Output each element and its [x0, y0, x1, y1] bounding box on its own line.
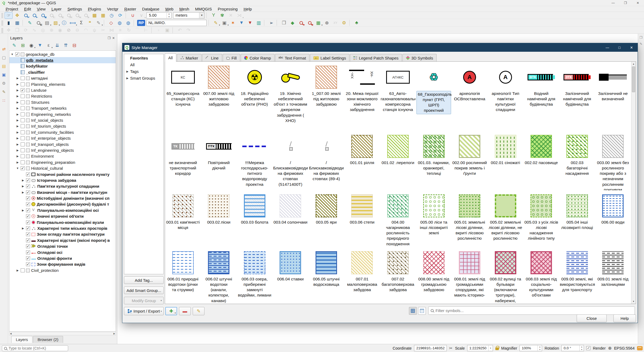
layer-tree-item[interactable]: ▶✓Історична забудова	[9, 177, 116, 183]
menu-project[interactable]: Project	[3, 7, 21, 11]
layer-visibility-checkbox[interactable]: ✓	[26, 220, 30, 224]
symbol-item[interactable]: 001.02 .перелоги	[380, 131, 416, 165]
symbol-item[interactable]: ХН-ХН-20. Межа першої зони можливого хім…	[344, 62, 380, 113]
layer-tree-item[interactable]: ▶Structures	[9, 99, 116, 105]
layer-tree-item[interactable]: ▶Inf_engineering_objects	[9, 147, 116, 153]
layer-visibility-checkbox[interactable]	[21, 118, 25, 122]
symbol-item[interactable]: 003.02.піски	[201, 190, 237, 225]
layers-horizontal-scrollbar[interactable]: ◀ ▶	[9, 332, 116, 335]
layer-visibility-checkbox[interactable]: ✓	[26, 262, 30, 266]
save-edits-icon[interactable]: ▣▾	[220, 20, 228, 26]
attribute-table-icon[interactable]: ▦	[13, 20, 21, 26]
snapping-toggle-icon[interactable]: ∪	[129, 12, 137, 19]
menu-processing[interactable]: Processing	[215, 7, 241, 11]
remove-layer-icon[interactable]: ⊟	[71, 42, 78, 49]
xy-tool-icon[interactable]: XY	[331, 20, 339, 26]
identify-raster-1-icon[interactable]: ◍	[116, 20, 124, 26]
layer-tree-item[interactable]: ✓Містобудівні домінанти (визначні сп	[9, 195, 116, 201]
layer-visibility-checkbox[interactable]	[21, 268, 25, 272]
layer-expander-icon[interactable]: ▶	[16, 89, 19, 92]
dialog-close-icon[interactable]: ✕	[625, 43, 638, 52]
layer-tree-item[interactable]: ✓Дисгармонійні (дисонуючі) будівлі т	[9, 201, 116, 207]
georeferencer-icon[interactable]: ⇄	[1, 46, 7, 52]
undo-icon[interactable]: ↶	[176, 27, 184, 34]
temporal-controller-icon[interactable]: ◷	[108, 12, 116, 19]
scrollbar-thumb[interactable]	[632, 66, 635, 92]
layer-options-icon[interactable]: ✎	[1, 89, 7, 95]
scroll-down-icon[interactable]: ▼	[631, 299, 636, 304]
statistical-summary-icon[interactable]: Σ	[77, 20, 85, 26]
toolbar-grip[interactable]	[1, 13, 3, 18]
style-group-tags[interactable]: ▶Tags	[124, 68, 163, 75]
dialog-minimize-button[interactable]: —	[601, 43, 613, 52]
scroll-left-icon[interactable]: ◀	[10, 332, 12, 335]
layer-tree-item[interactable]: ▶✓Визначні місця - пам'ятки культурн	[9, 189, 116, 195]
layer-visibility-checkbox[interactable]	[21, 76, 25, 80]
pan-to-selection-icon[interactable]: ✥	[13, 12, 21, 19]
layer-visibility-checkbox[interactable]: ✓	[21, 166, 25, 170]
tab-label-settings[interactable]: abcLabel Settings	[310, 54, 349, 62]
symbol-item[interactable]: 008.03 землі під соціально-культурними о…	[523, 247, 559, 298]
layer-tree-item[interactable]: gdb_metadata	[9, 57, 116, 63]
fill-ring-icon[interactable]: ◉	[56, 27, 64, 34]
layer-visibility-checkbox[interactable]	[21, 142, 25, 146]
vertex-tool-icon[interactable]: ▣	[163, 27, 171, 34]
symbol-item[interactable]: 004.00 чагарникова рослинність природног…	[380, 190, 416, 247]
tab-browser-2-[interactable]: Browser (2)	[33, 336, 63, 343]
zoom-to-table-icon[interactable]: ▦	[34, 20, 42, 26]
filter-legend-icon[interactable]: ▼	[36, 42, 44, 49]
topological-editing-icon[interactable]: Y	[210, 12, 218, 19]
layer-tree-item[interactable]: ✓Історичні райони населеного пункту	[9, 171, 116, 177]
snapping-mode-icon[interactable]: ∨▾	[137, 12, 145, 19]
window-close-button[interactable]: ✕	[632, 0, 644, 6]
zoom-point-2-icon[interactable]: ◉	[306, 20, 314, 26]
layer-expander-icon[interactable]: ▶	[21, 209, 25, 212]
add-tag-button[interactable]: Add Tag...	[124, 276, 164, 284]
symbol-item[interactable]: ЗТКЗалізничний намічений для будівництва	[559, 62, 595, 107]
symbol-item[interactable]: 003.06 степи	[344, 190, 380, 225]
symbol-item[interactable]: 005.00 ліси та інші лісовкриті землі	[416, 190, 452, 236]
symbol-item[interactable]: 005.04 інші лісовкриті площі	[559, 190, 595, 230]
layer-visibility-checkbox[interactable]	[21, 136, 25, 140]
layer-expander-icon[interactable]: ▶	[21, 185, 25, 188]
layer-expander-icon[interactable]: ▶	[16, 137, 19, 140]
open-layer-styling-icon[interactable]: ✎	[10, 42, 18, 49]
zoom-last-icon[interactable]: ◀	[73, 12, 81, 19]
zoom-full-icon[interactable]: ▣	[39, 12, 47, 19]
magnifier-spinner[interactable]: 100% ▲▼	[519, 345, 542, 351]
rotate-point-symbols-icon[interactable]: ↻	[125, 27, 133, 34]
menu-web[interactable]: Web	[162, 7, 177, 11]
zoom-in-icon[interactable]: +	[22, 12, 30, 19]
layer-tree-item[interactable]: ▶Inf_transport_objects	[9, 141, 116, 147]
layer-tree-item[interactable]: ▶✓Планувально-композиційні осі	[9, 207, 116, 213]
symbol-item[interactable]: 002.03 багаторічні насадження	[559, 131, 595, 176]
symbol-item[interactable]: Залізничний не визначений	[595, 62, 631, 102]
symbol-item[interactable]: 1_007.00 землі під житловою забудовою	[308, 62, 344, 107]
symbol-item[interactable]: 007.00 землі під житловою забудовою	[201, 62, 237, 107]
style-group-all[interactable]: All	[124, 61, 163, 68]
layer-visibility-checkbox[interactable]: ✓	[26, 238, 30, 242]
identify-features-icon[interactable]: ⓘ	[60, 20, 68, 26]
symbology-dots-icon[interactable]: ∷	[1, 98, 7, 103]
symbol-item[interactable]: АГНКС63_Авто-газонаповлювальна компресор…	[380, 62, 416, 113]
grid-selection-icon[interactable]: ▦▾	[314, 20, 322, 26]
symbol-item[interactable]: ♻68_Газорозподільний пункт (ГРП, ШРП) пр…	[416, 62, 452, 114]
panel-close-icon[interactable]: ✕	[112, 36, 115, 40]
coordinate-capture-icon[interactable]: ✂	[449, 346, 453, 351]
symbol-item[interactable]: 007.01 малоповерхова забудова	[344, 247, 380, 292]
add-ring-icon[interactable]: ◎	[39, 27, 47, 34]
scroll-right-icon[interactable]: ▶	[114, 332, 115, 335]
globe-mesh-icon[interactable]: ⊕	[323, 20, 331, 26]
tab-marker[interactable]: Marker	[177, 54, 202, 62]
collapse-all-icon[interactable]: ⇈	[62, 42, 69, 49]
layer-expander-icon[interactable]: ▶	[16, 149, 19, 152]
save-project-icon[interactable]: ▣	[1, 72, 7, 78]
menu-mmqgis[interactable]: MMQGIS	[192, 7, 215, 11]
layer-tree-item[interactable]: ▼✓Historical_cultural	[9, 165, 116, 171]
layer-tree-item[interactable]: ▶Inf_tourism_objects	[9, 123, 116, 129]
layer-visibility-checkbox[interactable]: ✓	[26, 178, 30, 182]
color-chart-icon[interactable]: ▥	[255, 20, 263, 26]
symbol-item[interactable]: 005.01 земельні лісові ділянки, вкриті л…	[452, 190, 488, 241]
layer-tree-item[interactable]: ✓Зони формування видів	[9, 261, 116, 267]
layer-expander-icon[interactable]: ▶	[16, 95, 19, 98]
